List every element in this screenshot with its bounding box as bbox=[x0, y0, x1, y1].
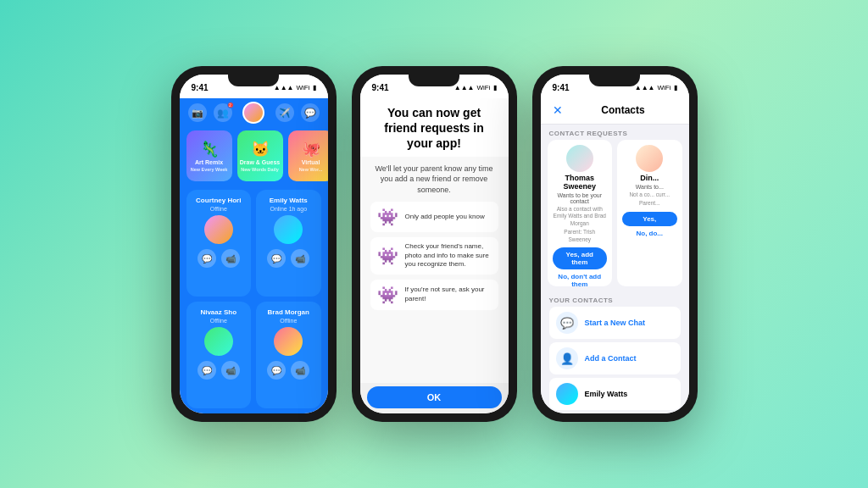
contact-brad[interactable]: Brad Morgan Offline 💬 📹 bbox=[256, 302, 321, 408]
chat-icon[interactable]: 💬 bbox=[301, 103, 320, 122]
nivaaz-status: Offline bbox=[210, 318, 227, 324]
brad-name: Brad Morgan bbox=[268, 308, 309, 316]
courtney-name: Courtney Hori bbox=[196, 197, 241, 204]
wifi-icon-3: WiFi bbox=[658, 84, 671, 92]
thomas-no-button[interactable]: No, don't add them bbox=[553, 273, 608, 288]
people-icon[interactable]: 👥 2 bbox=[214, 103, 232, 122]
user-avatar[interactable] bbox=[242, 102, 264, 124]
din-wants: Wants to... bbox=[636, 184, 664, 190]
tip1-text: Only add people you know bbox=[405, 213, 485, 221]
emily-p3-avatar bbox=[556, 383, 578, 405]
contact-courtney[interactable]: Courtney Hori Offline 💬 📹 bbox=[186, 190, 252, 297]
wifi-icon-2: WiFi bbox=[477, 84, 491, 92]
contact-nivaaz[interactable]: Nivaaz Sho Offline 💬 📹 bbox=[186, 302, 252, 408]
nivaaz-video-btn[interactable]: 📹 bbox=[221, 361, 240, 380]
add-contact-icon: 👤 bbox=[556, 347, 578, 369]
emily-row[interactable]: Emily Watts bbox=[549, 378, 681, 410]
wifi-icon: WiFi bbox=[297, 84, 310, 92]
p3-header: ✕ Contacts bbox=[541, 98, 689, 125]
emily-chat-btn[interactable]: 💬 bbox=[267, 249, 286, 268]
draw-guess-sub: New Words Daily bbox=[241, 167, 279, 172]
contacts-grid: Courtney Hori Offline 💬 📹 Emily Watts On… bbox=[180, 185, 328, 413]
nivaaz-chat-btn[interactable]: 💬 bbox=[198, 361, 216, 380]
send-icon[interactable]: ✈️ bbox=[275, 103, 294, 122]
tip2-emoji: 👾 bbox=[377, 246, 398, 266]
request-thomas: Thomas Sweeney Wants to be your contact … bbox=[548, 140, 613, 286]
din-yes-button[interactable]: Yes, bbox=[622, 212, 677, 226]
p2-body: We'll let your parent know any time you … bbox=[360, 157, 509, 383]
signal-icon-3: ▲▲▲ bbox=[635, 84, 655, 92]
game-virtual[interactable]: 🐙 Virtual New Wor... bbox=[288, 130, 328, 181]
p1-header: 📷 👥 2 ✈️ 💬 bbox=[180, 98, 328, 127]
time-2: 9:41 bbox=[372, 83, 389, 92]
contacts-section: 💬 Start a New Chat 👤 Add a Contact Emily… bbox=[541, 307, 689, 413]
ok-button[interactable]: OK bbox=[367, 386, 502, 408]
emily-status: Online 1h ago bbox=[270, 206, 307, 212]
p2-header: You can now get friend requests in your … bbox=[360, 98, 509, 157]
p1-right-icons: ✈️ 💬 bbox=[275, 103, 320, 122]
request-din: Din... Wants to... Not a co... curr... P… bbox=[617, 140, 682, 286]
p2-subtitle: We'll let your parent know any time you … bbox=[370, 164, 498, 196]
art-remix-title: Art Remix bbox=[195, 159, 223, 166]
thomas-info: Also a contact with Emily Watts and Brad… bbox=[553, 206, 608, 227]
status-bar-3: 9:41 ▲▲▲ WiFi ▮ bbox=[541, 75, 689, 98]
nivaaz-actions: 💬 📹 bbox=[198, 361, 240, 380]
p2-title: You can now get friend requests in your … bbox=[372, 105, 497, 152]
start-chat-row[interactable]: 💬 Start a New Chat bbox=[549, 307, 681, 339]
courtney-avatar bbox=[204, 215, 233, 244]
thomas-yes-button[interactable]: Yes, add them bbox=[553, 247, 608, 269]
brad-video-btn[interactable]: 📹 bbox=[291, 361, 309, 380]
emily-p3-name: Emily Watts bbox=[585, 390, 628, 398]
courtney-video-btn[interactable]: 📹 bbox=[221, 249, 240, 268]
phone-1: 9:41 ▲▲▲ WiFi ▮ 📷 👥 2 ✈️ bbox=[171, 66, 337, 422]
draw-guess-emoji: 🐱 bbox=[251, 140, 270, 158]
nivaaz-name: Nivaaz Sho bbox=[200, 308, 236, 316]
start-chat-label: Start a New Chat bbox=[585, 319, 646, 327]
your-contacts-label: YOUR CONTACTS bbox=[541, 291, 689, 307]
din-no-button[interactable]: No, do... bbox=[636, 230, 663, 237]
emily-name: Emily Watts bbox=[270, 197, 308, 204]
contact-emily[interactable]: Emily Watts Online 1h ago 💬 📹 bbox=[256, 190, 321, 297]
time-3: 9:41 bbox=[553, 83, 570, 92]
thomas-wants: Wants to be your contact bbox=[553, 192, 608, 204]
phone2-content: You can now get friend requests in your … bbox=[360, 98, 509, 413]
notification-badge: 2 bbox=[227, 102, 234, 108]
tip-1: 👾 Only add people you know bbox=[370, 202, 498, 232]
brad-chat-btn[interactable]: 💬 bbox=[267, 361, 286, 380]
brad-actions: 💬 📹 bbox=[267, 361, 309, 380]
new-chat-icon: 💬 bbox=[556, 312, 578, 334]
camera-icon[interactable]: 📷 bbox=[188, 103, 207, 122]
phone1-content: 📷 👥 2 ✈️ 💬 🦎 Art Remix bbox=[180, 98, 328, 413]
draw-guess-title: Draw & Guess bbox=[240, 159, 280, 166]
emily-actions: 💬 📹 bbox=[267, 249, 309, 268]
close-button[interactable]: ✕ bbox=[549, 102, 566, 119]
tip3-emoji: 👾 bbox=[377, 285, 398, 305]
game-art-remix[interactable]: 🦎 Art Remix New Every Week bbox=[186, 130, 232, 181]
signal-icon: ▲▲▲ bbox=[274, 84, 294, 92]
p3-title: Contacts bbox=[566, 104, 681, 116]
notch-3 bbox=[589, 75, 640, 86]
status-icons-1: ▲▲▲ WiFi ▮ bbox=[274, 84, 316, 92]
notch-2 bbox=[409, 75, 459, 86]
din-avatar bbox=[636, 145, 663, 172]
brad-avatar bbox=[274, 327, 303, 356]
games-row: 🦎 Art Remix New Every Week 🐱 Draw & Gues… bbox=[180, 127, 328, 185]
battery-icon-2: ▮ bbox=[493, 84, 497, 92]
status-icons-2: ▲▲▲ WiFi ▮ bbox=[454, 84, 497, 92]
game-draw-guess[interactable]: 🐱 Draw & Guess New Words Daily bbox=[237, 130, 283, 181]
thomas-avatar bbox=[566, 145, 593, 172]
battery-icon: ▮ bbox=[313, 84, 316, 92]
phone-3: 9:41 ▲▲▲ WiFi ▮ ✕ Contacts CONTACT REQUE… bbox=[532, 66, 698, 422]
art-remix-sub: New Every Week bbox=[191, 167, 228, 172]
status-bar-2: 9:41 ▲▲▲ WiFi ▮ bbox=[360, 75, 509, 98]
tip2-text: Check your friend's name, photo and info… bbox=[405, 242, 492, 269]
din-name: Din... bbox=[640, 174, 659, 182]
emily-video-btn[interactable]: 📹 bbox=[291, 249, 309, 268]
add-contact-row[interactable]: 👤 Add a Contact bbox=[549, 342, 681, 374]
thomas-name: Thomas Sweeney bbox=[553, 174, 608, 191]
courtney-actions: 💬 📹 bbox=[198, 249, 240, 268]
courtney-chat-btn[interactable]: 💬 bbox=[198, 249, 216, 268]
din-info: Not a co... curr... bbox=[629, 191, 670, 198]
din-parent: Parent... bbox=[639, 200, 660, 207]
tip3-text: If you're not sure, ask your parent! bbox=[405, 286, 492, 303]
